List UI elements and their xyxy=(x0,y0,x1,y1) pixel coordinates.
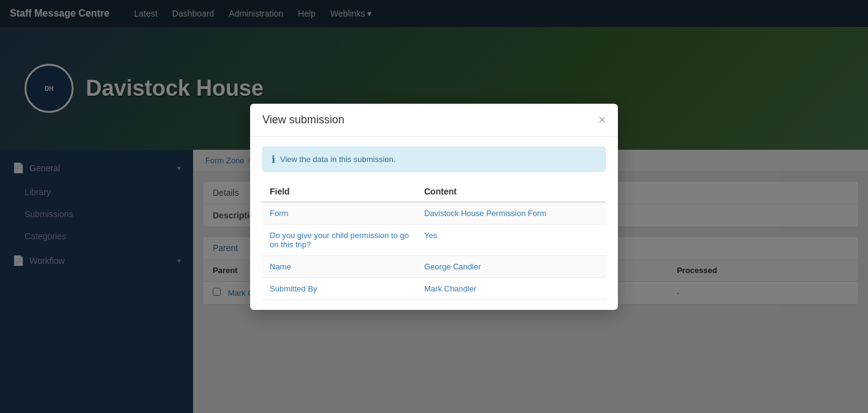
modal-cell-field: Do you give your child permission to go … xyxy=(262,224,417,255)
info-text: View the data in this submission. xyxy=(280,155,395,164)
modal-table-row: NameGeorge Candler xyxy=(262,255,606,277)
modal-table-row: Submitted ByMark Chandler xyxy=(262,277,606,299)
modal-table-row: Do you give your child permission to go … xyxy=(262,224,606,255)
modal-overlay[interactable]: View submission × ℹ View the data in thi… xyxy=(0,0,868,413)
modal: View submission × ℹ View the data in thi… xyxy=(250,104,618,310)
modal-table-row: FormDavistock House Permission Form xyxy=(262,202,606,225)
modal-cell-field: Form xyxy=(262,202,417,225)
modal-cell-field: Name xyxy=(262,255,417,277)
modal-body: ℹ View the data in this submission. Fiel… xyxy=(250,137,618,310)
modal-data-table: Field Content FormDavistock House Permis… xyxy=(262,182,606,300)
modal-cell-content: Davistock House Permission Form xyxy=(417,202,606,225)
modal-col-field: Field xyxy=(262,182,417,202)
modal-header: View submission × xyxy=(250,104,618,137)
modal-cell-content: Yes xyxy=(417,224,606,255)
modal-close-button[interactable]: × xyxy=(598,114,606,126)
info-alert: ℹ View the data in this submission. xyxy=(262,147,606,172)
modal-cell-content: Mark Chandler xyxy=(417,277,606,299)
modal-col-content: Content xyxy=(417,182,606,202)
modal-cell-field: Submitted By xyxy=(262,277,417,299)
info-icon: ℹ xyxy=(272,153,275,165)
modal-cell-content: George Candler xyxy=(417,255,606,277)
modal-title: View submission xyxy=(262,114,345,126)
